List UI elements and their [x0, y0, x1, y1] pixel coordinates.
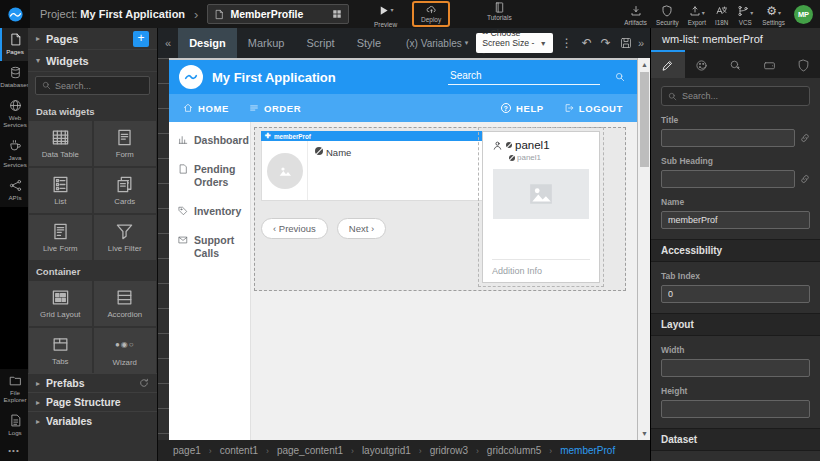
user-avatar[interactable]: MP: [794, 5, 813, 24]
widget-tile-cards[interactable]: Cards: [94, 168, 157, 213]
widget-search-input[interactable]: [55, 81, 143, 91]
tab-security[interactable]: [786, 50, 820, 78]
rail-item-java-services[interactable]: Java Services: [0, 134, 28, 174]
app-search-icon[interactable]: [615, 72, 625, 82]
breadcrumb-gridrow3[interactable]: gridrow3: [430, 445, 468, 456]
wavemaker-logo-icon[interactable]: [0, 0, 30, 28]
refresh-icon[interactable]: [139, 378, 149, 388]
nav-item-order[interactable]: ORDER: [249, 103, 301, 114]
menu-item-support-calls[interactable]: Support Calls: [178, 234, 241, 260]
artifacts-button[interactable]: Artifacts: [624, 2, 647, 26]
widget-tile-data-table[interactable]: Data Table: [29, 121, 92, 166]
variables-dropdown[interactable]: (x) Variables ▾: [406, 38, 468, 49]
collapse-right-panel-button[interactable]: »: [632, 37, 650, 49]
breadcrumb-content1[interactable]: content1: [220, 445, 258, 456]
selected-grid-column[interactable]: ✚ memberProf Name: [254, 127, 626, 291]
rail-item-pages[interactable]: Pages: [0, 28, 28, 61]
i18n-button[interactable]: I18N: [715, 2, 728, 26]
breadcrumb-layoutgrid1[interactable]: layoutgrid1: [362, 445, 411, 456]
pages-section-header[interactable]: ▸ Pages +: [28, 28, 157, 50]
widget-tile-tabs[interactable]: Tabs: [29, 328, 92, 373]
tutorials-button[interactable]: Tutorials: [487, 2, 512, 21]
widget-selection-bar[interactable]: ✚ memberProf: [261, 131, 489, 141]
member-list-widget[interactable]: ✚ memberProf Name: [261, 131, 489, 239]
rail-item-databases[interactable]: Databases: [0, 61, 28, 94]
name-input[interactable]: [661, 211, 810, 229]
widgets-section-header[interactable]: ▾ Widgets: [28, 50, 157, 72]
canvas-scrollbar[interactable]: ▲ ▼: [637, 58, 650, 440]
rail-item-web-services[interactable]: Web Services: [0, 94, 28, 134]
scrollbar-thumb[interactable]: [640, 72, 649, 167]
widget-tile-grid-layout[interactable]: Grid Layout: [29, 281, 92, 326]
width-input[interactable]: [661, 359, 810, 377]
list-item-template[interactable]: Name: [261, 141, 489, 201]
bind-link-icon[interactable]: [800, 174, 810, 184]
rail-item-apis[interactable]: APIs: [0, 174, 28, 207]
app-search-field[interactable]: Search: [448, 70, 600, 85]
properties-search-input[interactable]: [682, 91, 803, 101]
previous-button[interactable]: ‹ Previous: [261, 218, 328, 239]
tab-markup[interactable]: Markup: [237, 28, 296, 58]
more-options-button[interactable]: ⋮: [561, 36, 573, 50]
widget-tile-wizard[interactable]: ●◉○ Wizard: [94, 328, 157, 373]
tab-style[interactable]: Style: [346, 28, 392, 58]
breadcrumb-separator: ›: [351, 446, 354, 456]
export-button[interactable]: ▾ Export: [688, 2, 706, 26]
move-icon[interactable]: ✚: [265, 132, 271, 140]
widget-tile-live-form[interactable]: Live Form: [29, 215, 92, 260]
nav-item-logout[interactable]: LOGOUT: [564, 103, 623, 114]
list-item-name[interactable]: Name: [308, 141, 358, 200]
widget-tile-form[interactable]: Form: [94, 121, 157, 166]
panel1-widget[interactable]: panel1 panel1 Addition Info: [482, 131, 600, 283]
redo-button[interactable]: ↷: [601, 36, 611, 50]
page-structure-section[interactable]: ▸ Page Structure: [28, 392, 157, 411]
nav-item-home[interactable]: HOME: [183, 103, 229, 114]
envelope-icon: [178, 235, 188, 245]
next-button[interactable]: Next ›: [337, 218, 386, 239]
page-grid-icon[interactable]: [332, 5, 342, 23]
widget-search[interactable]: [35, 76, 150, 95]
widget-tile-live-filter[interactable]: Live Filter: [94, 215, 157, 260]
breadcrumb-memberprof[interactable]: memberProf: [560, 445, 615, 456]
rail-item-file-explorer[interactable]: File Explorer: [0, 369, 28, 409]
prefabs-section[interactable]: ▸ Prefabs: [28, 373, 157, 392]
height-input[interactable]: [661, 400, 810, 418]
collapse-left-panel-button[interactable]: «: [158, 37, 178, 49]
menu-item-dashboard[interactable]: Dashboard: [178, 134, 241, 147]
settings-button[interactable]: ⚙▾ Settings: [762, 2, 785, 26]
nav-item-help[interactable]: ? HELP: [501, 103, 544, 114]
screen-size-select[interactable]: -- Choose Screen Size -- ▼: [476, 33, 553, 53]
breadcrumb-page-content1[interactable]: page_content1: [277, 445, 343, 456]
breadcrumb-page1[interactable]: page1: [173, 445, 201, 456]
breadcrumb-gridcolumn5[interactable]: gridcolumn5: [487, 445, 541, 456]
panel-header[interactable]: panel1: [492, 139, 590, 151]
bind-link-icon[interactable]: [800, 133, 810, 143]
title-input[interactable]: [661, 129, 795, 147]
add-page-button[interactable]: +: [133, 31, 149, 47]
save-button[interactable]: [620, 37, 632, 49]
tab-devices[interactable]: [752, 50, 786, 78]
vcs-button[interactable]: ▾ VCS: [737, 2, 753, 26]
menu-item-pending-orders[interactable]: Pending Orders: [178, 163, 241, 189]
tab-events[interactable]: [719, 50, 753, 78]
rail-more-button[interactable]: •••: [0, 442, 28, 461]
list-icon: [51, 175, 70, 194]
preview-button[interactable]: ▾ Preview: [374, 2, 397, 28]
sub-heading-input[interactable]: [661, 170, 795, 188]
undo-button[interactable]: ↶: [582, 36, 592, 50]
menu-item-inventory[interactable]: Inventory: [178, 205, 241, 218]
tab-properties[interactable]: [651, 50, 685, 78]
rail-item-logs[interactable]: Logs: [0, 409, 28, 442]
project-name: My First Application: [80, 8, 185, 20]
tab-styles[interactable]: [685, 50, 719, 78]
tab-index-input[interactable]: [661, 285, 810, 303]
page-selector[interactable]: MemberProfile: [207, 4, 349, 24]
widget-tile-list[interactable]: List: [29, 168, 92, 213]
widget-tile-accordion[interactable]: Accordion: [94, 281, 157, 326]
tab-script[interactable]: Script: [296, 28, 346, 58]
security-button[interactable]: Security: [656, 2, 679, 26]
tab-design[interactable]: Design: [178, 28, 237, 58]
properties-search[interactable]: [661, 86, 810, 106]
variables-section[interactable]: ▸ Variables: [28, 411, 157, 430]
deploy-button[interactable]: Deploy: [412, 1, 450, 27]
